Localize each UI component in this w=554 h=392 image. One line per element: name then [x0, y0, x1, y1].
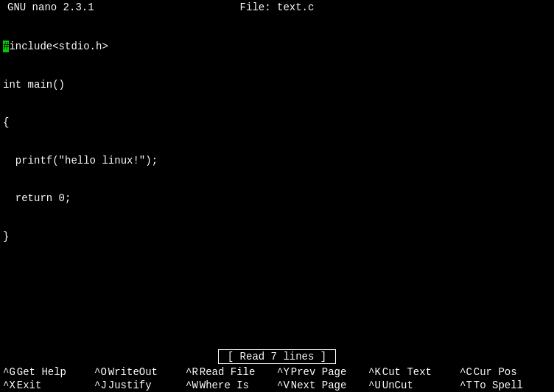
code-line-5: return 0; — [3, 192, 551, 206]
title-center: File: text.c — [142, 1, 412, 13]
key-read-file: ^R — [186, 366, 198, 378]
shortcut-cut-text[interactable]: ^K Cut Text — [368, 366, 457, 378]
shortcut-uncut[interactable]: ^U UnCut — [368, 379, 457, 391]
label-writeout: WriteOut — [108, 366, 158, 378]
key-where-is: ^W — [186, 379, 198, 391]
title-left: GNU nano 2.3.1 — [7, 1, 142, 13]
key-writeout: ^O — [94, 366, 107, 378]
shortcut-row-1: ^G Get Help ^O WriteOut ^R Read File ^Y … — [0, 365, 554, 379]
label-cut-text: Cut Text — [382, 366, 432, 378]
shortcut-prev-page[interactable]: ^Y Prev Page — [277, 366, 365, 378]
code-line-3: { — [3, 116, 551, 130]
label-read-file: Read File — [200, 366, 256, 378]
terminal: GNU nano 2.3.1 File: text.c #include<std… — [0, 0, 554, 392]
shortcut-row-2: ^X Exit ^J Justify ^W Where Is ^V Next P… — [0, 379, 554, 392]
shortcut-writeout[interactable]: ^O WriteOut — [94, 366, 183, 378]
label-uncut: UnCut — [382, 379, 413, 391]
key-get-help: ^G — [3, 366, 15, 378]
key-uncut: ^U — [368, 379, 381, 391]
key-exit: ^X — [3, 379, 15, 391]
shortcut-next-page[interactable]: ^V Next Page — [277, 379, 365, 391]
key-justify: ^J — [94, 379, 107, 391]
code-line-1: #include<stdio.h> — [3, 40, 551, 55]
editor-area[interactable]: #include<stdio.h> int main() { printf("h… — [0, 15, 554, 348]
shortcut-cur-pos[interactable]: ^C Cur Pos — [460, 366, 548, 378]
label-justify: Justify — [108, 379, 152, 391]
shortcut-get-help[interactable]: ^G Get Help — [3, 366, 91, 378]
label-where-is: Where Is — [200, 379, 249, 391]
label-to-spell: To Spell — [474, 379, 523, 391]
shortcut-to-spell[interactable]: ^T To Spell — [460, 379, 548, 391]
shortcut-exit[interactable]: ^X Exit — [3, 379, 91, 391]
key-prev-page: ^Y — [277, 366, 290, 378]
key-next-page: ^V — [277, 379, 290, 391]
shortcut-bar: ^G Get Help ^O WriteOut ^R Read File ^Y … — [0, 365, 554, 392]
shortcut-read-file[interactable]: ^R Read File — [186, 366, 274, 378]
shortcut-where-is[interactable]: ^W Where Is — [186, 379, 274, 391]
label-next-page: Next Page — [291, 379, 347, 391]
code-line-4: printf("hello linux!"); — [3, 154, 551, 169]
shortcut-justify[interactable]: ^J Justify — [94, 379, 183, 391]
code-line-2: int main() — [3, 78, 551, 93]
status-bar: [ Read 7 lines ] — [0, 348, 554, 365]
code-line-6: } — [3, 230, 551, 245]
key-cut-text: ^K — [368, 366, 381, 378]
label-cur-pos: Cur Pos — [474, 366, 517, 378]
status-message: [ Read 7 lines ] — [218, 349, 336, 364]
label-exit: Exit — [17, 379, 42, 391]
title-bar: GNU nano 2.3.1 File: text.c — [0, 0, 554, 15]
label-prev-page: Prev Page — [291, 366, 347, 378]
key-to-spell: ^T — [460, 379, 472, 391]
label-get-help: Get Help — [17, 366, 66, 378]
key-cur-pos: ^C — [460, 366, 472, 378]
